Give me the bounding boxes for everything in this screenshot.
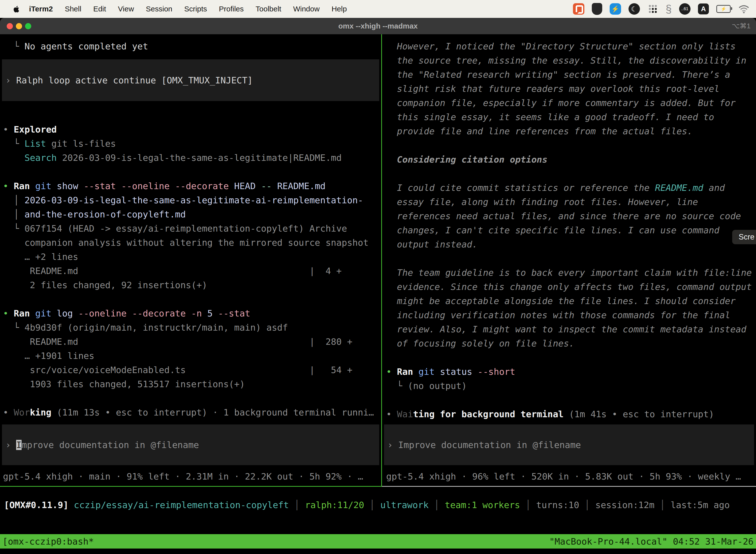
text-segment: turns:10 [536, 500, 579, 510]
text-segment: README.md [277, 181, 325, 191]
battery-icon[interactable]: ⚡ [716, 5, 731, 13]
wifi-icon[interactable] [738, 4, 750, 13]
text-segment: --stat [218, 308, 250, 319]
terminal-line: of focusing solely on file lines. [382, 336, 756, 350]
text-segment: I could cite commit statistics or refere… [386, 183, 655, 193]
blue-bolt-icon[interactable]: ⚡ [610, 3, 621, 15]
menu-item-session[interactable]: Session [140, 5, 178, 13]
terminal-line: 1903 files changed, 513517 insertions(+) [0, 377, 381, 391]
menu-item-help[interactable]: Help [326, 5, 353, 13]
text-segment: The team guideline is to back every impo… [386, 268, 752, 278]
text-segment: (1m 41s • esc to interrupt) [564, 409, 714, 419]
terminal-line: provide file and line references from th… [382, 124, 756, 138]
terminal-line: review. Also, I might want to inspect th… [382, 322, 756, 336]
text-segment [68, 500, 74, 510]
text-segment: Ran [14, 308, 35, 319]
text-segment: show [57, 181, 83, 191]
terminal-line: │ 2026-03-09-is-legal-the-same-as-legiti… [0, 193, 381, 207]
terminal-line: companion file, especially if more comme… [382, 96, 756, 110]
terminal-line [382, 138, 756, 152]
ralph-loop-banner[interactable]: › Ralph loop active continue [OMX_TMUX_I… [2, 59, 379, 101]
squiggle-icon[interactable]: § [666, 3, 672, 14]
text-segment: --stat --oneline --decorate [83, 181, 234, 191]
desktop: iTerm2 Shell Edit View Session Scripts P… [0, 0, 756, 554]
text-segment: git ls-files [46, 138, 116, 149]
keyboard-a-icon[interactable]: A [698, 3, 709, 14]
text-segment: ultrawork [380, 500, 429, 510]
menu-item-toolbelt[interactable]: Toolbelt [250, 5, 287, 13]
menu-item-window[interactable]: Window [287, 5, 326, 13]
text-segment: might be acceptable alongside the file l… [386, 296, 736, 306]
text-segment: However, I noticed the "Directory Struct… [386, 41, 736, 51]
chat-bubble [576, 5, 583, 14]
terminal-line: changes, I can't cite specific file line… [382, 223, 756, 237]
terminal-line: might be acceptable alongside the file l… [382, 294, 756, 308]
right-pane-status-line: gpt-5.4 xhigh · 96% left · 520K in · 5.8… [386, 470, 755, 483]
terminal-line [0, 108, 381, 122]
tmux-host-time: "MacBook-Pro-44.local" 04:52 31-Mar-26 [549, 536, 754, 547]
chat-app-icon[interactable] [573, 3, 584, 15]
text-segment: HEAD [234, 181, 261, 191]
terminal-line: • Working (11m 13s • esc to interrupt) ·… [0, 405, 381, 420]
text-segment: │ [429, 500, 445, 510]
text-segment: --oneline --decorate -n [78, 308, 207, 319]
terminal-line: README.md | 4 + [0, 264, 381, 278]
text-segment: src/voice/voiceModeEnabled.ts | 54 + [3, 365, 353, 375]
text-segment: • [3, 308, 14, 319]
text-segment: └ [3, 41, 24, 51]
omx-status-line: [OMX#0.11.9] cczip/essay/ai-reimplementa… [4, 498, 756, 512]
text-segment: ting for background terminal [413, 409, 564, 419]
shield-grid-icon[interactable] [592, 3, 602, 15]
terminal-line: 2 files changed, 92 insertions(+) [0, 278, 381, 292]
terminal-line: │ and-the-erosion-of-copyleft.md [0, 207, 381, 221]
crescent-icon[interactable]: ☾ [629, 3, 640, 15]
text-segment: Ran [14, 181, 35, 191]
text-segment: Ran [397, 367, 419, 377]
text-segment: • [3, 181, 14, 191]
text-segment: references need actual files, and since … [386, 211, 741, 221]
text-segment: companion analysis without altering the … [3, 237, 369, 248]
text-segment: No agents completed yet [24, 41, 148, 51]
terminal-line: └ 067f154 (HEAD -> essay/ai-reimplementa… [0, 221, 381, 235]
text-segment: └ [3, 138, 24, 149]
screen-share-overlay[interactable]: Scre [732, 230, 756, 244]
tmux-session-name[interactable]: [omx-cczip0:bash* [2, 536, 94, 547]
text-segment: │ [289, 500, 305, 510]
menu-item-edit[interactable]: Edit [87, 5, 112, 13]
badge-61-icon[interactable]: ..61 [679, 3, 691, 15]
terminal-line [382, 252, 756, 266]
prompt-input-left[interactable]: › Improve documentation in @filename [2, 425, 379, 465]
text-segment: README.md | 4 + [3, 266, 341, 276]
menu-item-shell[interactable]: Shell [59, 5, 87, 13]
menu-item-view[interactable]: View [112, 5, 140, 13]
menu-item-profiles[interactable]: Profiles [213, 5, 250, 13]
text-segment: 2026-03-09-is-legal-the-same-as-legitima… [57, 153, 342, 163]
terminal-line: • Ran git log --oneline --decorate -n 5 … [0, 306, 381, 321]
text-segment: evidence. Since this change only affects… [386, 282, 752, 292]
menu-item-scripts[interactable]: Scripts [178, 5, 213, 13]
text-segment: and [703, 183, 725, 193]
terminal-line: └ 4b9d30f (origin/main, instructkr/main,… [0, 321, 381, 335]
dots-grid-icon[interactable] [647, 3, 658, 14]
text-segment: changes, I can't cite specific file line… [386, 225, 719, 235]
left-pane-status-line: gpt-5.4 xhigh · main · 91% left · 2.31M … [3, 470, 380, 483]
text-segment: └ [386, 381, 408, 391]
prompt-input-right[interactable]: › Improve documentation in @filename [384, 425, 754, 465]
left-pane: └ No agents completed yet› Ralph loop ac… [0, 34, 381, 486]
menu-item-iterm2[interactable]: iTerm2 [19, 5, 59, 13]
left-pane-scrollback: └ No agents completed yet› Ralph loop ac… [0, 34, 381, 420]
window-title-bar[interactable]: omx --xhigh --madmax ⌥⌘1 [0, 18, 756, 35]
text-segment: the source tree, missing the essay. Stil… [386, 55, 746, 65]
text-segment: │ [654, 500, 671, 510]
text-segment: 2 files changed, 92 insertions(+) [3, 280, 207, 290]
text-segment: … +2 lines [3, 252, 78, 262]
right-pane-bottom-border [382, 486, 756, 487]
text-segment: Wai [397, 409, 413, 419]
menu-bar: iTerm2 Shell Edit View Session Scripts P… [0, 0, 756, 18]
text-segment: • [386, 409, 397, 419]
text-segment: cczip/essay/ai-reimplementation-copyleft [74, 500, 289, 510]
text-segment: essay file, along with finding root file… [386, 197, 698, 207]
text-segment: -- [261, 181, 277, 191]
apple-menu[interactable] [13, 5, 19, 13]
terminal-line: this single essay, it seems like a good … [382, 110, 756, 124]
